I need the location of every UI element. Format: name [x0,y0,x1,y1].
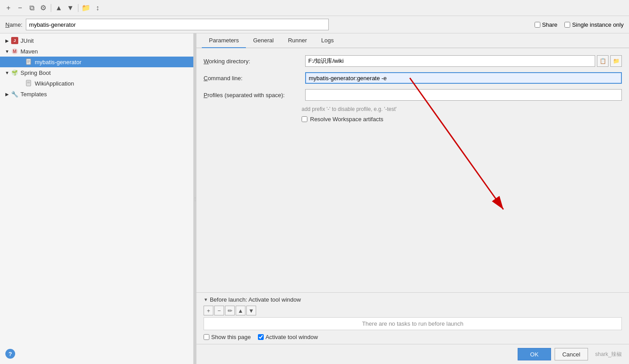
mybatis-icon [25,58,33,66]
share-checkbox-label[interactable]: Share [535,21,558,28]
wiki-label: WikiApplication [35,80,74,87]
name-row: Name: Share Single instance only [0,16,629,33]
share-label: Share [542,21,558,28]
activate-window-label[interactable]: Activate tool window [258,334,318,340]
working-directory-label: Working directory: [204,58,302,65]
command-line-field [305,72,622,84]
maven-label: Maven [20,48,38,55]
profiles-input[interactable] [305,89,622,101]
before-launch-header: ▼ Before launch: Activate tool window [204,296,622,303]
profiles-row: Profiles (separated with space): [204,89,622,101]
bottom-checkboxes: Show this page Activate tool window [204,334,622,340]
working-dir-browse-icon-btn[interactable]: 📋 [597,55,609,67]
before-launch-edit-button[interactable]: ✏ [225,306,235,315]
activate-window-text: Activate tool window [265,334,318,340]
sidebar-item-maven[interactable]: ▼ M Maven [0,46,193,57]
ok-button[interactable]: OK [518,348,551,360]
sidebar: ▶ J JUnit ▼ M Maven ▶ [0,33,194,364]
resolve-workspace-checkbox[interactable] [302,116,307,122]
top-options: Share Single instance only [535,21,624,28]
maven-icon: M [11,47,19,55]
resolve-workspace-label: Resolve Workspace artifacts [310,116,384,123]
profiles-field [305,89,622,101]
tab-logs[interactable]: Logs [314,33,341,48]
add-config-button[interactable]: + [4,3,13,13]
before-launch-add-button[interactable]: + [204,306,213,315]
profiles-label: Profiles (separated with space): [204,92,302,98]
show-page-checkbox[interactable] [204,334,209,340]
settings-button[interactable]: ⚙ [38,3,48,13]
single-instance-checkbox-label[interactable]: Single instance only [564,21,624,28]
help-button[interactable]: ? [5,349,15,359]
command-line-input[interactable] [305,72,622,84]
tab-general[interactable]: General [246,33,281,48]
spring-icon: 🌱 [11,69,19,77]
tab-parameters[interactable]: Parameters [202,33,246,48]
separator-2 [78,4,78,12]
share-checkbox[interactable] [535,22,540,28]
before-launch-title: Before launch: Activate tool window [210,296,301,303]
junit-arrow-icon: ▶ [4,37,11,44]
down-button[interactable]: ▼ [65,3,75,13]
sidebar-item-templates[interactable]: ▶ 🔧 Templates [0,89,193,99]
up-button[interactable]: ▲ [54,3,64,13]
mybatis-label: mybatis-generator [35,59,82,65]
sidebar-item-wiki-application[interactable]: ▶ WikiApplication [0,78,193,89]
copy-config-button[interactable]: ⧉ [27,3,37,13]
templates-label: Templates [20,91,47,98]
name-input[interactable] [26,19,329,30]
single-instance-checkbox[interactable] [564,22,570,28]
name-label: Name: [5,21,22,28]
bottom-bar: OK Cancel shark_辣椒 [196,344,629,364]
svg-text:🌱: 🌱 [12,70,18,76]
maven-arrow-icon: ▼ [4,48,11,55]
svg-text:M: M [13,49,16,54]
working-dir-folder-btn[interactable]: 📁 [610,55,622,67]
remove-config-button[interactable]: − [15,3,25,13]
sort-button[interactable]: ↕ [93,3,102,13]
working-directory-row: Working directory: 📋 📁 [204,55,622,67]
resolve-workspace-row: Resolve Workspace artifacts [302,116,622,123]
templates-icon: 🔧 [11,90,19,98]
working-directory-field: 📋 📁 [305,55,622,67]
cancel-button[interactable]: Cancel [555,348,588,360]
wiki-icon [25,79,33,87]
templates-arrow-icon: ▶ [4,90,11,98]
main-toolbar: + − ⧉ ⚙ ▲ ▼ 📁 ↕ [0,0,629,16]
show-page-label[interactable]: Show this page [204,334,251,340]
show-page-text: Show this page [211,334,251,340]
before-launch-remove-button[interactable]: − [214,306,224,315]
working-directory-input[interactable] [305,55,595,67]
command-line-row: Command line: [204,72,622,84]
single-instance-label: Single instance only [572,21,624,28]
folder-button[interactable]: 📁 [81,3,91,13]
junit-icon: J [11,37,19,45]
spring-label: Spring Boot [20,70,51,76]
main-content: ▶ J JUnit ▼ M Maven ▶ [0,33,629,364]
junit-label: JUnit [20,37,34,44]
activate-window-checkbox[interactable] [258,334,264,340]
tab-bar: Parameters General Runner Logs [196,33,629,48]
before-launch-arrow-icon: ▼ [204,297,208,302]
separator-1 [51,4,51,12]
spring-arrow-icon: ▼ [4,69,11,76]
command-line-label: Command line: [204,75,302,82]
sidebar-item-spring-boot[interactable]: ▼ 🌱 Spring Boot [0,67,193,78]
before-launch-down-button[interactable]: ▼ [246,306,256,315]
before-launch-section: ▼ Before launch: Activate tool window + … [196,292,629,344]
before-launch-toolbar: + − ✏ ▲ ▼ [204,306,622,315]
watermark-text: shark_辣椒 [595,351,622,358]
before-launch-up-button[interactable]: ▲ [236,306,245,315]
tab-runner[interactable]: Runner [281,33,314,48]
right-panel: Parameters General Runner Logs Working d… [196,33,629,364]
tasks-empty-message: There are no tasks to run before launch [204,317,622,330]
tab-parameters-content: Working directory: 📋 📁 Command line: [196,48,629,292]
profiles-hint: add prefix '-' to disable profile, e.g. … [302,106,622,112]
sidebar-item-junit[interactable]: ▶ J JUnit [0,35,193,46]
sidebar-item-mybatis-generator[interactable]: ▶ mybatis-generator [0,57,193,67]
